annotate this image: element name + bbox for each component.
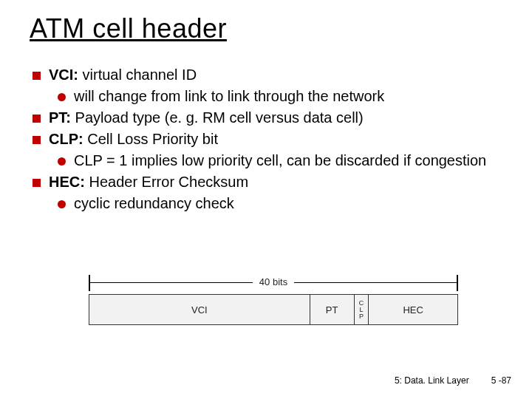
definition: Cell Loss Priority bit (83, 131, 218, 147)
field-hec: HEC (369, 295, 457, 324)
square-bullet-icon (30, 132, 43, 148)
footer-chapter: 5: Data. Link Layer (395, 375, 469, 386)
bullet-pt: PT: Payload type (e. g. RM cell versus d… (30, 108, 502, 128)
subbullet-text: will change from link to link through th… (74, 86, 502, 106)
header-diagram: 40 bits VCI PT C L P HEC (89, 275, 458, 325)
slide-footer: 5: Data. Link Layer 5 -87 (395, 375, 511, 386)
field-vci: VCI (89, 295, 310, 324)
bullet-clp: CLP: Cell Loss Priority bit (30, 129, 502, 149)
field-pt: PT (310, 295, 355, 324)
subbullet-hec: cyclic redundancy check (55, 194, 502, 214)
bits-label: 40 bits (259, 276, 287, 287)
definition: Payload type (e. g. RM cell versus data … (71, 109, 364, 126)
definition: virtual channel ID (78, 66, 197, 83)
square-bullet-icon (30, 67, 43, 83)
term: HEC: (49, 174, 85, 190)
slide: ATM cell header VCI: virtual channel ID … (0, 0, 532, 399)
circle-bullet-icon (55, 89, 68, 105)
slide-title: ATM cell header (30, 13, 502, 44)
header-fields: VCI PT C L P HEC (89, 294, 458, 325)
bullet-hec: HEC: Header Error Checksum (30, 172, 502, 192)
term: PT: (49, 109, 71, 126)
bullet-text: PT: Payload type (e. g. RM cell versus d… (49, 108, 502, 128)
footer-page: 5 -87 (491, 375, 511, 386)
bullet-text: HEC: Header Error Checksum (49, 172, 502, 192)
subbullet-clp: CLP = 1 implies low priority cell, can b… (55, 151, 502, 171)
bullet-text: CLP: Cell Loss Priority bit (49, 129, 502, 149)
ruler-line-right (294, 282, 457, 284)
circle-bullet-icon (55, 153, 68, 169)
ruler-line-left (90, 282, 253, 284)
bits-ruler: 40 bits (89, 275, 458, 294)
clp-letter: P (359, 313, 364, 320)
term: VCI: (49, 66, 78, 83)
subbullet-text: CLP = 1 implies low priority cell, can b… (74, 151, 502, 171)
bullet-vci: VCI: virtual channel ID (30, 65, 502, 85)
square-bullet-icon (30, 110, 43, 126)
field-clp: C L P (355, 295, 369, 324)
circle-bullet-icon (55, 196, 68, 212)
subbullet-text: cyclic redundancy check (74, 194, 502, 214)
term: CLP: (49, 131, 83, 147)
subbullet-vci: will change from link to link through th… (55, 86, 502, 106)
bullet-list: VCI: virtual channel ID will change from… (30, 65, 502, 214)
ruler-end-right-icon (457, 275, 458, 291)
square-bullet-icon (30, 174, 43, 191)
bullet-text: VCI: virtual channel ID (49, 65, 502, 85)
definition: Header Error Checksum (85, 174, 248, 190)
